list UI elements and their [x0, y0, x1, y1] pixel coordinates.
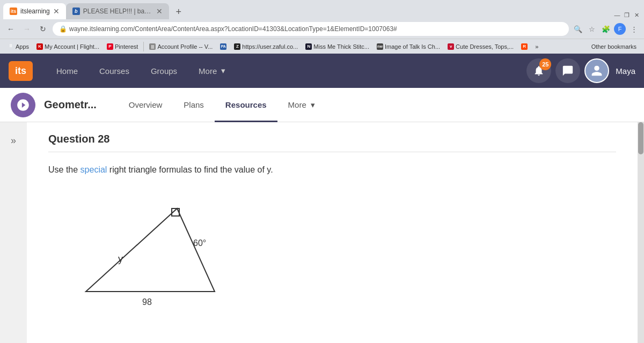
its-navigation: its Home Courses Groups More ▾ 25 Maya: [0, 54, 644, 88]
scrollbar-thumb[interactable]: [638, 122, 643, 154]
label-angle: 60°: [193, 238, 206, 248]
missme-favicon: N: [305, 43, 312, 50]
back-button[interactable]: ←: [4, 23, 17, 35]
bookmark-more[interactable]: »: [532, 42, 541, 51]
question-text-pre: Use the: [48, 165, 80, 174]
tab-add-button[interactable]: +: [171, 4, 186, 19]
tab-itslearning[interactable]: its itslearning ✕: [3, 3, 66, 19]
course-nav-more[interactable]: More ▾: [277, 88, 326, 122]
accountprofile-favicon: |||: [149, 43, 156, 50]
address-bar: ← → ↻ 🔒 wayne.itslearning.com/ContentAre…: [0, 19, 644, 39]
content-wrapper: » Question 28 Use the special right tria…: [0, 122, 644, 343]
label-y: y: [118, 253, 123, 264]
bookmark-myaccount-label: My Account | Flight...: [45, 43, 99, 50]
its-logo[interactable]: its: [9, 61, 33, 81]
its-nav-items: Home Courses Groups More ▾: [46, 54, 526, 88]
bookmark-pa[interactable]: PA: [217, 42, 230, 51]
course-icon: [11, 93, 35, 117]
search-icon[interactable]: 🔍: [572, 23, 584, 35]
course-nav-more-arrow: ▾: [311, 100, 315, 110]
triangle-svg: y 60° 98: [80, 190, 220, 308]
bookmark-r[interactable]: R: [518, 42, 531, 51]
bookmark-cutedresses-label: Cute Dresses, Tops,...: [456, 43, 514, 50]
bookmark-separator: [143, 42, 144, 51]
r-favicon: R: [521, 43, 528, 50]
notification-button[interactable]: 25: [526, 58, 551, 83]
lock-icon: 🔒: [59, 25, 67, 33]
triangle-diagram: y 60° 98: [80, 190, 616, 309]
content-panel: Question 28 Use the special right triang…: [27, 122, 638, 343]
scrollbar[interactable]: [638, 122, 644, 343]
bookmarks-bar: ⠿ Apps K My Account | Flight... P Pinter…: [0, 39, 644, 54]
bookmark-talkisch-label: Image of Talk Is Ch...: [385, 43, 440, 50]
menu-icon[interactable]: ⋮: [628, 23, 640, 35]
tab-label-bartleby: PLEASE HELP!!! | bartleby: [83, 8, 153, 15]
bookmark-zaful[interactable]: Z https://user.zaful.co...: [231, 42, 301, 51]
bookmark-accountprofile-label: Account Profile -- V...: [157, 43, 213, 50]
course-nav-plans[interactable]: Plans: [173, 88, 215, 122]
bookmark-missme[interactable]: N Miss Me Thick Stitc...: [302, 42, 372, 51]
tab-label-itslearning: itslearning: [20, 8, 50, 15]
bookmark-myaccount[interactable]: K My Account | Flight...: [33, 42, 103, 51]
bookmark-talkisch[interactable]: nw Image of Talk Is Ch...: [374, 42, 443, 51]
nav-more[interactable]: More ▾: [188, 54, 236, 88]
star-icon[interactable]: ☆: [586, 23, 598, 35]
bookmark-cutedresses[interactable]: v Cute Dresses, Tops,...: [444, 42, 517, 51]
nav-groups[interactable]: Groups: [140, 54, 188, 88]
tab-close-bartleby[interactable]: ✕: [156, 7, 163, 16]
address-input[interactable]: 🔒 wayne.itslearning.com/ContentArea/Cont…: [53, 22, 569, 36]
notification-badge: 25: [539, 58, 551, 70]
address-icons: 🔍 ☆ 🧩 F ⋮: [572, 23, 640, 35]
course-nav-overview[interactable]: Overview: [118, 88, 173, 122]
profile-icon[interactable]: F: [614, 23, 626, 35]
course-nav-resources[interactable]: Resources: [215, 88, 277, 122]
sidebar-expand-button[interactable]: »: [6, 131, 20, 151]
sidebar-toggle: »: [0, 122, 27, 343]
myaccount-favicon: K: [36, 43, 43, 50]
bookmark-apps-label: Apps: [16, 43, 29, 50]
extension-icon[interactable]: 🧩: [600, 23, 612, 35]
bookmark-account-profile[interactable]: ||| Account Profile -- V...: [146, 42, 216, 51]
forward-button[interactable]: →: [20, 23, 33, 35]
nav-home[interactable]: Home: [46, 54, 89, 88]
bookmark-other[interactable]: Other bookmarks: [588, 42, 640, 51]
pinterest-favicon: P: [107, 43, 113, 50]
user-avatar[interactable]: [584, 58, 609, 83]
other-bookmarks-label: Other bookmarks: [591, 43, 636, 50]
url-text: wayne.itslearning.com/ContentArea/Conten…: [69, 25, 397, 33]
label-base: 98: [142, 297, 152, 307]
bookmark-zaful-label: https://user.zaful.co...: [242, 43, 298, 50]
tab-bartleby[interactable]: b PLEASE HELP!!! | bartleby ✕: [66, 3, 169, 19]
bookmark-pinterest[interactable]: P Pinterest: [104, 42, 141, 51]
messages-button[interactable]: [555, 58, 580, 83]
question-highlight: special: [80, 165, 107, 174]
app-container: its Home Courses Groups More ▾ 25 Maya: [0, 54, 644, 343]
bookmark-apps[interactable]: ⠿ Apps: [4, 42, 32, 51]
refresh-button[interactable]: ↻: [36, 23, 49, 35]
close-button[interactable]: ✕: [632, 11, 641, 19]
course-title: Geometr...: [44, 99, 97, 111]
nav-more-arrow: ▾: [221, 66, 225, 76]
window-controls: — ❐ ✕: [613, 11, 641, 19]
course-nav-items: Overview Plans Resources More ▾: [118, 88, 326, 122]
bookmark-missme-label: Miss Me Thick Stitc...: [313, 43, 369, 50]
question-text-post: right triangle formulas to find the valu…: [107, 165, 273, 174]
svg-marker-0: [86, 208, 215, 292]
tab-close-itslearning[interactable]: ✕: [53, 7, 60, 16]
zaful-favicon: Z: [234, 43, 240, 50]
question-text: Use the special right triangle formulas …: [48, 163, 616, 177]
maximize-button[interactable]: ❐: [623, 11, 631, 19]
bookmark-pinterest-label: Pinterest: [115, 43, 138, 50]
tab-favicon-bartleby: b: [72, 8, 80, 15]
nav-courses[interactable]: Courses: [89, 54, 140, 88]
cutedresses-favicon: v: [448, 43, 454, 50]
course-navigation: Geometr... Overview Plans Resources More…: [0, 88, 644, 122]
main-content: Question 28 Use the special right triang…: [27, 122, 638, 343]
pa-favicon: PA: [220, 43, 226, 50]
more-bookmarks-label: »: [535, 43, 538, 50]
content-inner: Question 28 Use the special right triang…: [27, 122, 638, 343]
tab-favicon-its: its: [10, 8, 17, 15]
browser-chrome: its itslearning ✕ b PLEASE HELP!!! | bar…: [0, 0, 644, 54]
minimize-button[interactable]: —: [613, 11, 621, 19]
its-nav-right: 25 Maya: [526, 58, 635, 83]
